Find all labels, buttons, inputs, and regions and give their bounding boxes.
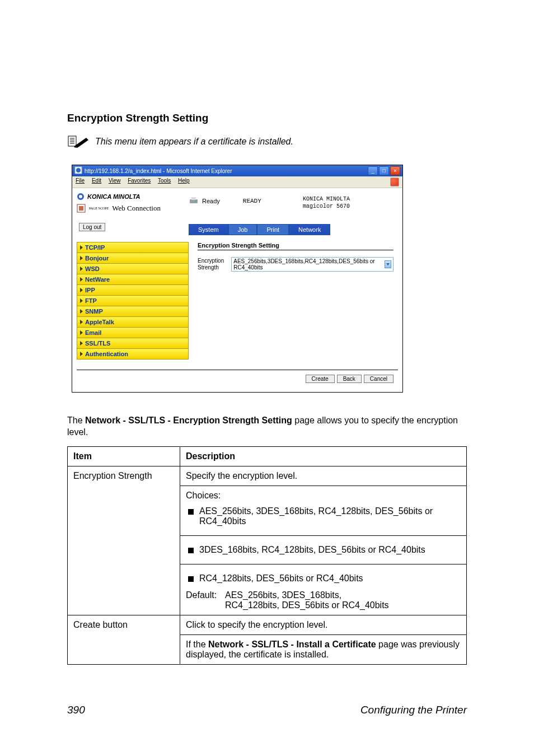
sidebar-item-ssltls[interactable]: SSL/TLS bbox=[77, 338, 189, 348]
chevron-down-icon bbox=[385, 260, 391, 268]
pagescope-label: PAGE SCOPE bbox=[89, 207, 109, 210]
chevron-right-icon bbox=[80, 245, 83, 250]
cell-choice-2: 3DES_168bits, RC4_128bits, DES_56bits or… bbox=[180, 535, 467, 564]
maximize-icon[interactable]: □ bbox=[379, 166, 389, 175]
sidebar-item-netware[interactable]: NetWare bbox=[77, 274, 189, 284]
web-connection-label: Web Connection bbox=[112, 204, 161, 213]
intro-paragraph: The Network - SSL/TLS - Encryption Stren… bbox=[67, 415, 467, 438]
svg-rect-12 bbox=[191, 197, 196, 200]
th-item: Item bbox=[68, 446, 180, 466]
bullet-icon bbox=[188, 509, 194, 515]
content-title: Encryption Strength Setting bbox=[198, 242, 394, 250]
cell-encryption-strength: Encryption Strength bbox=[68, 466, 180, 615]
cell-create-desc2: If the Network - SSL/TLS - Install a Cer… bbox=[180, 634, 467, 664]
window-title: http://192.168.1.2/a_index.html - Micros… bbox=[85, 168, 232, 174]
chevron-right-icon bbox=[80, 267, 83, 271]
chevron-right-icon bbox=[80, 298, 83, 303]
cell-spec-line: Specify the encryption level. bbox=[180, 466, 467, 486]
note-row: This menu item appears if a certificate … bbox=[67, 134, 467, 149]
printer-status-icon bbox=[189, 195, 199, 207]
sidebar-label: SSL/TLS bbox=[85, 340, 110, 347]
select-value: AES_256bits,3DES_168bits,RC4_128bits,DES… bbox=[233, 258, 382, 270]
sidebar-label: FTP bbox=[85, 297, 97, 304]
tab-print[interactable]: Print bbox=[257, 224, 289, 235]
back-button[interactable]: Back bbox=[337, 375, 362, 383]
cell-create-button: Create button bbox=[68, 615, 180, 664]
chevron-right-icon bbox=[80, 352, 83, 356]
brand-text: KONICA MINOLTA bbox=[87, 193, 140, 200]
sidebar-item-ipp[interactable]: IPP bbox=[77, 284, 189, 295]
sidebar: TCP/IP Bonjour WSD NetWare IPP FTP SNMP … bbox=[77, 242, 189, 360]
menu-file[interactable]: File bbox=[76, 178, 85, 184]
ie-window: http://192.168.1.2/a_index.html - Micros… bbox=[72, 165, 403, 393]
sidebar-label: AppleTalk bbox=[85, 319, 114, 325]
sidebar-label: Bonjour bbox=[85, 255, 109, 262]
chevron-right-icon bbox=[80, 288, 83, 292]
sidebar-item-authentication[interactable]: Authentication bbox=[77, 348, 189, 360]
tab-network[interactable]: Network bbox=[289, 224, 330, 235]
minimize-icon[interactable]: _ bbox=[368, 166, 378, 175]
svg-rect-10 bbox=[79, 206, 83, 211]
sidebar-label: NetWare bbox=[85, 276, 110, 283]
chevron-right-icon bbox=[80, 341, 83, 346]
sidebar-item-tcpip[interactable]: TCP/IP bbox=[77, 242, 189, 253]
sidebar-label: IPP bbox=[85, 287, 95, 293]
sidebar-label: WSD bbox=[85, 265, 100, 272]
note-text: This menu item appears if a certificate … bbox=[95, 134, 293, 147]
tab-system[interactable]: System bbox=[189, 224, 228, 235]
ie-page-icon bbox=[74, 166, 82, 175]
menu-help[interactable]: Help bbox=[178, 178, 190, 184]
sidebar-item-email[interactable]: Email bbox=[77, 327, 189, 338]
menu-edit[interactable]: Edit bbox=[92, 178, 101, 184]
cell-choice-3-default: RC4_128bits, DES_56bits or RC4_40bits De… bbox=[180, 564, 467, 615]
create-button[interactable]: Create bbox=[306, 375, 335, 383]
encryption-strength-label: Encryption Strength bbox=[198, 258, 226, 271]
svg-point-6 bbox=[76, 168, 81, 172]
menu-tools[interactable]: Tools bbox=[158, 178, 171, 184]
ready-banner: READY bbox=[243, 198, 261, 204]
sidebar-item-snmp[interactable]: SNMP bbox=[77, 306, 189, 316]
choice-text: 3DES_168bits, RC4_128bits, DES_56bits or… bbox=[199, 545, 425, 555]
sidebar-item-ftp[interactable]: FTP bbox=[77, 295, 189, 306]
menu-view[interactable]: View bbox=[109, 178, 121, 184]
chevron-right-icon bbox=[80, 277, 83, 282]
page-number: 390 bbox=[67, 704, 85, 716]
encryption-strength-select[interactable]: AES_256bits,3DES_168bits,RC4_128bits,DES… bbox=[231, 257, 394, 272]
sidebar-label: Email bbox=[85, 329, 101, 336]
pagescope-icon bbox=[77, 204, 86, 213]
close-icon[interactable]: × bbox=[390, 166, 400, 175]
chevron-right-icon bbox=[80, 320, 83, 324]
svg-point-13 bbox=[195, 200, 196, 202]
cell-create-desc1: Click to specify the encryption level. bbox=[180, 615, 467, 634]
default-value-l1: AES_256bits, 3DES_168bits, bbox=[225, 590, 341, 600]
sidebar-label: Authentication bbox=[85, 351, 128, 357]
device-model: magicolor 5670 bbox=[303, 203, 398, 210]
ie-logo-icon bbox=[390, 178, 399, 186]
chevron-right-icon bbox=[80, 309, 83, 314]
sidebar-label: TCP/IP bbox=[85, 244, 105, 251]
info-table: Item Description Encryption Strength Spe… bbox=[67, 446, 467, 665]
km-logo-icon bbox=[77, 193, 85, 200]
device-maker: KONICA MINOLTA bbox=[303, 195, 398, 203]
cancel-button[interactable]: Cancel bbox=[364, 375, 394, 383]
sidebar-item-bonjour[interactable]: Bonjour bbox=[77, 253, 189, 263]
bullet-icon bbox=[188, 548, 194, 553]
choice-text: AES_256bits, 3DES_168bits, RC4_128bits, … bbox=[199, 506, 461, 526]
choice-text: RC4_128bits, DES_56bits or RC4_40bits bbox=[199, 573, 363, 584]
svg-point-8 bbox=[79, 195, 82, 198]
footer-section: Configuring the Printer bbox=[360, 704, 467, 716]
svg-rect-0 bbox=[68, 136, 76, 146]
cell-choices: Choices: AES_256bits, 3DES_168bits, RC4_… bbox=[180, 486, 467, 535]
page-heading: Encryption Strength Setting bbox=[67, 112, 467, 124]
default-value-l2: RC4_128bits, DES_56bits or RC4_40bits bbox=[225, 600, 389, 610]
chevron-right-icon bbox=[80, 330, 83, 335]
menu-favorites[interactable]: Favorites bbox=[128, 178, 151, 184]
status-label: Ready bbox=[202, 198, 220, 204]
th-description: Description bbox=[180, 446, 467, 466]
logout-button[interactable]: Log out bbox=[79, 223, 105, 231]
sidebar-item-appletalk[interactable]: AppleTalk bbox=[77, 316, 189, 327]
sidebar-item-wsd[interactable]: WSD bbox=[77, 263, 189, 274]
tab-job[interactable]: Job bbox=[228, 224, 257, 235]
note-pencil-icon bbox=[67, 134, 90, 149]
chevron-right-icon bbox=[80, 256, 83, 260]
